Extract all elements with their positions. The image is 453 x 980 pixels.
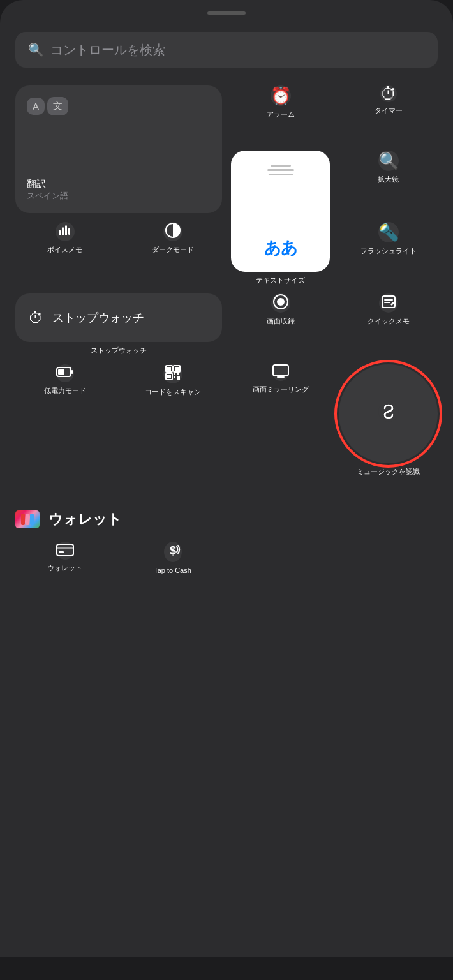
magnifier-button[interactable]: 🔍 (378, 151, 399, 171)
scan-code-button[interactable] (163, 364, 182, 383)
wallet-header: ウォレット (15, 510, 438, 529)
voice-memo-button[interactable] (56, 222, 75, 241)
svg-rect-2 (65, 225, 67, 235)
wallet-item-label: ウォレット (47, 563, 82, 572)
low-power-button[interactable] (56, 364, 74, 382)
svg-rect-25 (59, 551, 64, 553)
wallet-section-title: ウォレット (48, 510, 122, 529)
quick-memo-button[interactable] (379, 293, 398, 313)
drag-handle (207, 11, 246, 15)
music-recognize-label: ミュージックを認識 (357, 467, 420, 476)
low-power-label: 低電力モード (44, 386, 86, 395)
screen-record-icon (272, 293, 289, 313)
quick-memo-label: クイックメモ (368, 316, 410, 325)
translate-widget[interactable]: A 文 翻訳 スペイン語 (15, 85, 222, 213)
svg-rect-12 (167, 367, 171, 371)
translate-title: 翻訳 (27, 178, 211, 190)
magnifier-icon: 🔍 (378, 152, 399, 169)
screen-mirror-cell: 画面ミラーリング (231, 364, 330, 476)
search-input-placeholder: コントロールを検索 (50, 41, 165, 59)
text-size-lines (267, 165, 294, 175)
stopwatch-label: ストップウォッチ (52, 310, 144, 325)
quick-memo-icon (380, 293, 397, 313)
text-size-label: テキストサイズ (256, 276, 305, 285)
svg-rect-1 (62, 227, 64, 235)
stopwatch-icon: ⏱ (28, 309, 43, 327)
wallet-item-icon (56, 542, 74, 559)
svg-rect-23 (57, 544, 73, 556)
tap-to-cash-cell: $ Tap to Cash (123, 542, 222, 575)
timer-icon: ⏱ (380, 85, 397, 102)
music-recognize-cell: ミュージックを認識 (339, 364, 438, 476)
dark-mode-label: ダークモード (152, 245, 194, 254)
scan-code-label: コードをスキャン (145, 387, 201, 396)
shazam-icon (378, 401, 399, 427)
flashlight-cell: 🔦 フラッシュライト (339, 222, 438, 285)
tap-to-cash-button[interactable]: $ (164, 542, 182, 562)
wallet-item-button[interactable] (56, 542, 74, 560)
dark-mode-button[interactable] (163, 222, 182, 241)
svg-text:$: $ (169, 544, 175, 557)
screen-record-button[interactable] (271, 293, 290, 313)
magnifier-label: 拡大鏡 (378, 175, 399, 184)
svg-rect-17 (174, 373, 175, 375)
voice-memo-cell: ボイスメモ (15, 222, 114, 285)
low-power-icon (56, 365, 74, 382)
timer-label: タイマー (375, 106, 403, 115)
stopwatch-bottom-label: ストップウォッチ (91, 346, 147, 355)
search-bar[interactable]: 🔍 コントロールを検索 (15, 32, 438, 68)
text-size-button[interactable]: ああ (231, 151, 330, 272)
section-divider (15, 494, 438, 494)
svg-rect-24 (57, 547, 73, 549)
wallet-item-cell: ウォレット (15, 542, 114, 575)
scan-code-icon (165, 364, 181, 383)
svg-rect-0 (59, 230, 61, 235)
music-recognize-button[interactable] (339, 364, 438, 463)
svg-rect-9 (58, 369, 64, 375)
alarm-button[interactable]: ⏰ (271, 85, 291, 106)
svg-rect-18 (177, 373, 179, 375)
quick-memo-cell: クイックメモ (339, 293, 438, 355)
flashlight-icon: 🔦 (378, 224, 399, 241)
wallet-section-icon (15, 510, 40, 528)
alarm-icon: ⏰ (271, 87, 291, 104)
voice-memo-icon (57, 222, 73, 241)
svg-rect-20 (177, 376, 180, 380)
text-size-cell: ああ テキストサイズ (231, 151, 330, 285)
magnifier-cell: 🔍 拡大鏡 (339, 151, 438, 213)
alarm-label: アラーム (267, 110, 295, 119)
stopwatch-cell: ⏱ ストップウォッチ ストップウォッチ (15, 293, 222, 355)
screen-mirror-label: 画面ミラーリング (253, 385, 309, 394)
search-icon: 🔍 (28, 42, 44, 57)
svg-rect-19 (174, 376, 175, 378)
flashlight-button[interactable]: 🔦 (378, 222, 399, 242)
low-power-cell: 低電力モード (15, 364, 114, 476)
translate-subtitle: スペイン語 (27, 190, 211, 202)
svg-rect-3 (68, 228, 70, 235)
alarm-cell: ⏰ アラーム (231, 85, 330, 142)
timer-button[interactable]: ⏱ (380, 85, 397, 102)
dark-mode-icon (165, 222, 181, 241)
screen-mirror-button[interactable] (272, 364, 289, 381)
timer-cell: ⏱ タイマー (339, 85, 438, 142)
svg-rect-21 (273, 365, 288, 376)
tap-to-cash-label: Tap to Cash (154, 566, 191, 575)
svg-rect-14 (175, 367, 179, 371)
screen-record-cell: 画面収録 (231, 293, 330, 355)
screen-record-label: 画面収録 (267, 316, 295, 325)
screen-mirror-icon (272, 364, 289, 381)
stopwatch-button[interactable]: ⏱ ストップウォッチ (15, 293, 222, 342)
svg-point-6 (277, 298, 285, 306)
flashlight-label: フラッシュライト (360, 246, 417, 255)
scan-code-cell: コードをスキャン (123, 364, 222, 476)
text-size-aa-label: ああ (264, 237, 297, 259)
svg-rect-10 (71, 370, 73, 374)
controls-grid: A 文 翻訳 スペイン語 ⏰ アラーム ⏱ タイマー (15, 85, 438, 476)
dark-mode-cell: ダークモード (123, 222, 222, 285)
svg-rect-16 (167, 375, 171, 378)
wallet-grid: ウォレット $ Tap to Cash (15, 542, 438, 575)
translate-icon: A 文 (27, 97, 68, 115)
voice-memo-label: ボイスメモ (47, 245, 82, 254)
tap-to-cash-icon: $ (164, 542, 182, 562)
